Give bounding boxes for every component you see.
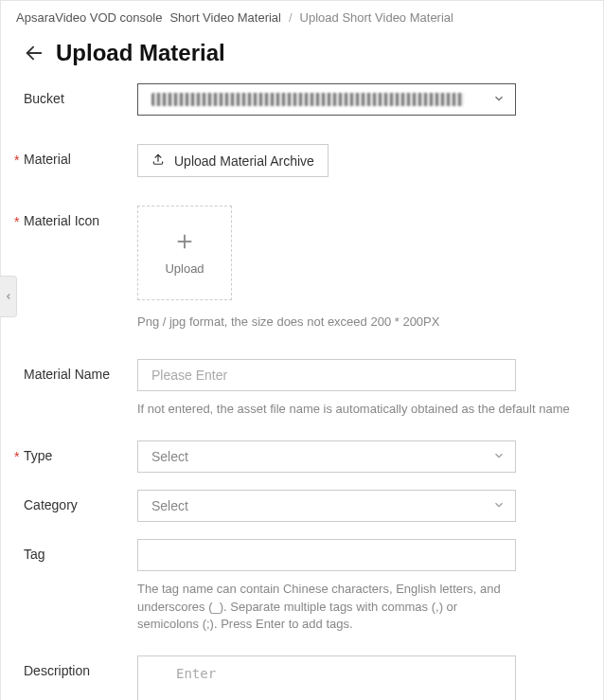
label-tag: Tag <box>24 539 137 562</box>
breadcrumb-item-material[interactable]: Short Video Material <box>169 10 281 25</box>
sidebar-collapse-toggle[interactable] <box>0 276 17 317</box>
label-description: Description <box>24 655 137 678</box>
label-type: Type <box>24 440 137 463</box>
upload-material-archive-label: Upload Material Archive <box>174 153 314 169</box>
breadcrumb-separator: / <box>289 10 293 25</box>
chevron-down-icon <box>492 92 506 108</box>
tag-hint: The tag name can contain Chinese charact… <box>137 581 516 633</box>
label-bucket: Bucket <box>24 83 137 106</box>
type-select[interactable]: Select <box>137 440 516 473</box>
back-arrow-icon[interactable] <box>24 43 44 63</box>
upload-material-archive-button[interactable]: Upload Material Archive <box>137 144 329 177</box>
chevron-down-icon <box>492 498 506 514</box>
category-select-placeholder: Select <box>151 498 188 513</box>
page-title: Upload Material <box>56 40 225 66</box>
label-material: Material <box>24 144 137 167</box>
icon-hint: Png / jpg format, the size does not exce… <box>137 314 516 331</box>
breadcrumb-item-console[interactable]: ApsaraVideo VOD console <box>16 10 162 25</box>
chevron-down-icon <box>492 449 506 465</box>
bucket-value-redacted <box>151 93 464 106</box>
label-category: Category <box>24 490 137 512</box>
label-material-name: Material Name <box>24 359 137 382</box>
name-hint: If not entered, the asset file name is a… <box>137 401 580 418</box>
type-select-placeholder: Select <box>151 449 188 464</box>
breadcrumb-item-current: Upload Short Video Material <box>300 10 453 25</box>
upload-icon-label: Upload <box>165 261 204 276</box>
tag-input[interactable] <box>137 539 516 571</box>
category-select[interactable]: Select <box>137 490 516 522</box>
label-material-icon: Material Icon <box>24 206 137 228</box>
bucket-select[interactable] <box>137 83 516 116</box>
plus-icon <box>174 231 195 252</box>
description-textarea[interactable] <box>137 655 516 700</box>
material-name-input[interactable] <box>137 359 516 391</box>
upload-icon-area[interactable]: Upload <box>137 206 232 300</box>
upload-icon <box>151 153 165 169</box>
breadcrumb: ApsaraVideo VOD console Short Video Mate… <box>1 1 603 28</box>
